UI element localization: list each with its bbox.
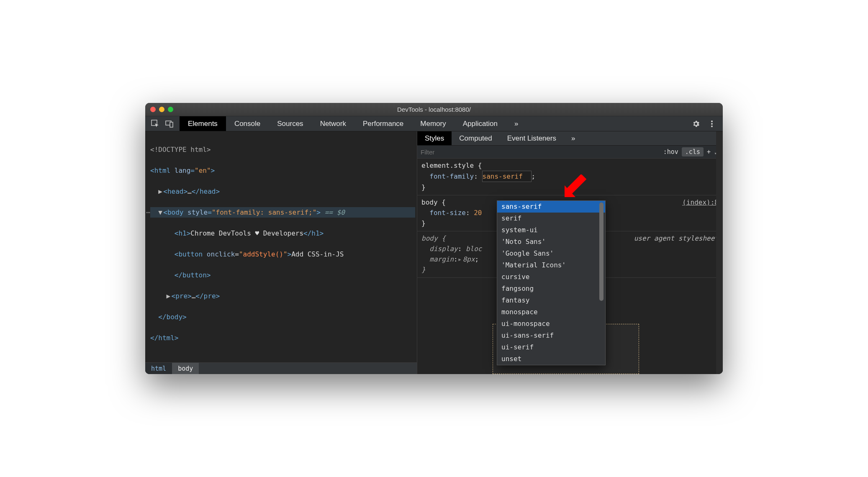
autocomplete-item[interactable]: cursive xyxy=(497,271,605,283)
expand-icon[interactable]: ▶ xyxy=(167,291,172,301)
tab-application[interactable]: Application xyxy=(455,116,506,131)
autocomplete-item[interactable]: fangsong xyxy=(497,283,605,295)
svg-point-5 xyxy=(711,126,713,127)
inspect-element-icon[interactable] xyxy=(151,120,159,128)
kebab-menu-icon[interactable] xyxy=(708,120,716,128)
tab-performance[interactable]: Performance xyxy=(354,116,412,131)
tab-elements[interactable]: Elements xyxy=(180,116,226,131)
autocomplete-item[interactable]: ui-monospace xyxy=(497,318,605,330)
dom-tree[interactable]: <!DOCTYPE html> <html lang="en"> ▶<head>… xyxy=(145,131,417,362)
titlebar: DevTools - localhost:8080/ xyxy=(145,103,723,116)
breadcrumb-body[interactable]: body xyxy=(172,363,199,374)
tab-sources[interactable]: Sources xyxy=(269,116,311,131)
subtab-computed[interactable]: Computed xyxy=(452,131,499,145)
dropdown-scrollbar[interactable] xyxy=(599,203,603,301)
cls-toggle[interactable]: .cls xyxy=(682,147,704,156)
autocomplete-item[interactable]: 'Noto Sans' xyxy=(497,236,605,248)
font-family-value-input[interactable] xyxy=(482,171,532,182)
styles-subtabs: Styles Computed Event Listeners » xyxy=(417,131,723,146)
autocomplete-item[interactable]: ui-sans-serif xyxy=(497,330,605,341)
rule-source-link[interactable]: (index):8 xyxy=(682,197,719,208)
style-rules: element.style { font-family: ; } (index)… xyxy=(417,159,723,374)
autocomplete-item[interactable]: monospace xyxy=(497,306,605,318)
autocomplete-item[interactable]: system-ui xyxy=(497,224,605,236)
svg-point-4 xyxy=(711,123,713,125)
autocomplete-item[interactable]: serif xyxy=(497,213,605,224)
styles-filter-input[interactable] xyxy=(421,149,660,156)
autocomplete-item[interactable]: 'Material Icons' xyxy=(497,259,605,271)
hov-toggle[interactable]: :hov xyxy=(660,148,682,156)
tab-overflow[interactable]: » xyxy=(506,116,526,131)
rule-source-user-agent: user agent stylesheet xyxy=(634,233,719,244)
breadcrumb: html body xyxy=(145,362,417,374)
settings-gear-icon[interactable] xyxy=(692,120,700,128)
autocomplete-item[interactable]: fantasy xyxy=(497,295,605,306)
autocomplete-item[interactable]: ui-serif xyxy=(497,341,605,353)
subtab-styles[interactable]: Styles xyxy=(417,131,452,145)
svg-rect-2 xyxy=(170,122,173,127)
svg-point-3 xyxy=(711,121,713,122)
styles-filter-bar: :hov .cls + ⤢ xyxy=(417,146,723,159)
autocomplete-item[interactable]: 'Google Sans' xyxy=(497,248,605,259)
doctype-node: <!DOCTYPE html> xyxy=(150,146,211,154)
expand-icon[interactable]: ▶ xyxy=(158,186,163,197)
selected-dom-node[interactable]: ▼<body style="font-family: sans-serif;">… xyxy=(150,207,415,218)
window-title: DevTools - localhost:8080/ xyxy=(145,106,723,113)
tab-console[interactable]: Console xyxy=(226,116,269,131)
new-rule-button[interactable]: + xyxy=(704,148,714,156)
tab-network[interactable]: Network xyxy=(312,116,354,131)
autocomplete-item[interactable]: unset xyxy=(497,353,605,365)
breadcrumb-html[interactable]: html xyxy=(145,363,172,374)
subtab-event-listeners[interactable]: Event Listeners xyxy=(500,131,564,145)
subtab-overflow[interactable]: » xyxy=(564,131,583,145)
autocomplete-item[interactable]: sans-serif xyxy=(497,201,605,213)
device-toolbar-icon[interactable] xyxy=(165,120,174,128)
expand-icon[interactable]: ▸ xyxy=(458,254,463,264)
right-scrollbar[interactable] xyxy=(716,131,723,374)
elements-panel: <!DOCTYPE html> <html lang="en"> ▶<head>… xyxy=(145,131,417,374)
main-toolbar: Elements Console Sources Network Perform… xyxy=(145,116,723,131)
collapse-icon[interactable]: ▼ xyxy=(158,207,163,218)
devtools-window: DevTools - localhost:8080/ Elements Cons… xyxy=(145,103,723,374)
rule-element-style[interactable]: element.style { font-family: ; } xyxy=(417,159,723,195)
styles-panel: Styles Computed Event Listeners » :hov .… xyxy=(417,131,723,374)
tab-memory[interactable]: Memory xyxy=(412,116,454,131)
font-family-autocomplete: sans-serif serif system-ui 'Noto Sans' '… xyxy=(497,200,606,365)
content-split: <!DOCTYPE html> <html lang="en"> ▶<head>… xyxy=(145,131,723,374)
main-tabs: Elements Console Sources Network Perform… xyxy=(180,116,526,131)
